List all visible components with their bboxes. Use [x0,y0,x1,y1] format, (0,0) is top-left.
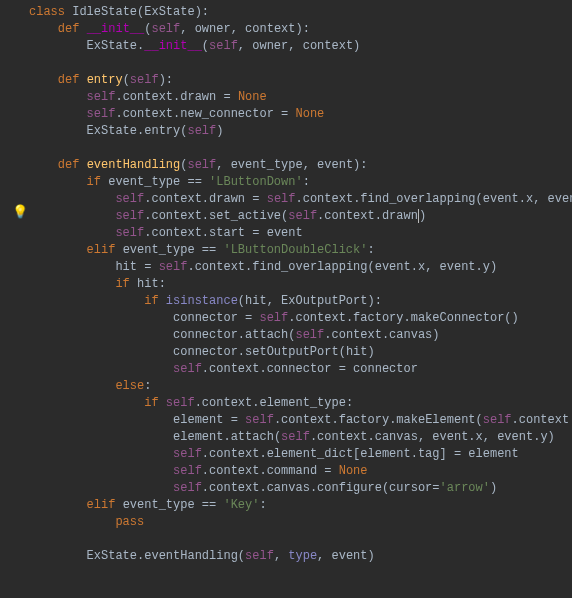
attr: context [519,413,569,427]
call: set_active [209,209,281,223]
identifier: event_type [108,175,180,189]
self-ref: self [151,22,180,36]
attr: context [123,107,173,121]
arg: event [440,260,476,274]
param: event [317,158,353,172]
attr: context [331,328,381,342]
keyword: def [58,73,80,87]
self-ref: self [187,124,216,138]
code-editor[interactable]: 💡 class IdleState(ExState): def __init__… [0,0,572,565]
string: 'arrow' [440,481,490,495]
keyword: def [58,158,80,172]
attr: command [267,464,317,478]
attr: context [303,192,353,206]
identifier: hit [137,277,159,291]
arg: event [483,192,519,206]
keyword: if [115,277,129,291]
self-ref: self [281,430,310,444]
attr: y [483,260,490,274]
attr: connector [267,362,332,376]
self-ref: self [259,311,288,325]
self-ref: self [245,549,274,563]
attr: x [526,192,533,206]
cursor-caret [418,209,419,223]
attr: context [123,90,173,104]
arg: ExOutputPort [281,294,367,308]
attr: context [324,209,374,223]
none: None [238,90,267,104]
attr: canvas [375,430,418,444]
keyword: class [29,5,65,19]
identifier: element [173,430,223,444]
attr: drawn [209,192,245,206]
none: None [339,464,368,478]
attr: context [295,311,345,325]
param: owner [195,22,231,36]
identifier: element [173,413,223,427]
keyword: elif [87,243,116,257]
code-content[interactable]: class IdleState(ExState): def __init__(s… [29,0,572,565]
keyword: if [144,294,158,308]
self-ref: self [288,209,317,223]
keyword: if [144,396,158,410]
param: event_type [231,158,303,172]
method-init: __init__ [87,22,145,36]
attr: factory [353,311,403,325]
none: None [295,107,324,121]
self-ref: self [187,158,216,172]
self-ref: self [267,192,296,206]
arg: event [332,549,368,563]
self-ref: self [209,39,238,53]
attr: context [151,209,201,223]
string: 'LButtonDoubleClick' [223,243,367,257]
arg: hit [346,345,368,359]
attr: new_connector [180,107,274,121]
lightbulb-icon[interactable]: 💡 [12,204,28,221]
self-ref: self [295,328,324,342]
attr: context [209,362,259,376]
call: entry [144,124,180,138]
call: eventHandling [144,549,238,563]
attr: start [209,226,245,240]
self-ref: self [245,413,274,427]
attr: context [195,260,245,274]
attr: context [209,464,259,478]
method-init: __init__ [144,39,202,53]
identifier: element [360,447,410,461]
self-ref: self [166,396,195,410]
arg: event [375,260,411,274]
class-name: IdleState [72,5,137,19]
builtin: type [288,549,317,563]
identifier: element [468,447,518,461]
call: makeConnector [411,311,505,325]
attr: x [476,430,483,444]
self-ref: self [173,447,202,461]
identifier: connector [353,362,418,376]
identifier: ExState [87,124,137,138]
identifier: event_type [123,498,195,512]
attr: y [540,430,547,444]
self-ref: self [115,209,144,223]
self-ref: self [173,464,202,478]
self-ref: self [115,226,144,240]
gutter: 💡 [0,0,29,565]
string: 'LButtonDown' [209,175,303,189]
self-ref: self [130,73,159,87]
arg: hit [245,294,267,308]
self-ref: self [87,107,116,121]
attr: context [151,192,201,206]
call: find_overlapping [252,260,367,274]
attr: context [202,396,252,410]
attr: drawn [180,90,216,104]
identifier: event [267,226,303,240]
attr: x [418,260,425,274]
call: attach [231,430,274,444]
self-ref: self [173,481,202,495]
attr: drawn [382,209,418,223]
builtin: isinstance [166,294,238,308]
method-eventhandling: eventHandling [87,158,181,172]
attr: factory [339,413,389,427]
self-ref: self [159,260,188,274]
call: makeElement [396,413,475,427]
self-ref: self [87,90,116,104]
